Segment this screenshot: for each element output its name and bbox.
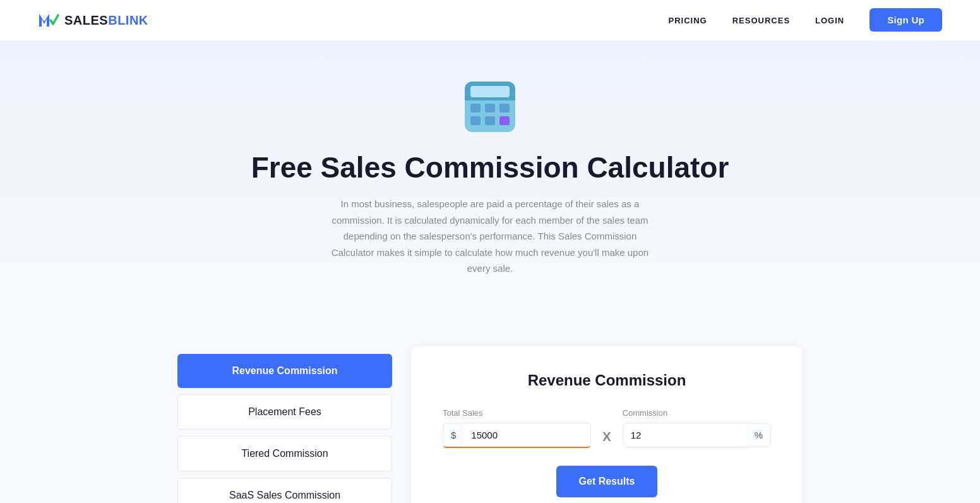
commission-suffix: % bbox=[747, 423, 770, 447]
svg-rect-5 bbox=[470, 86, 510, 97]
sidebar-btn-revenue-commission[interactable]: Revenue Commission bbox=[177, 354, 392, 388]
sidebar-btn-tiered-commission[interactable]: Tiered Commission bbox=[177, 436, 392, 471]
commission-input-wrapper: % bbox=[623, 423, 771, 447]
multiply-symbol: X bbox=[602, 408, 611, 444]
navbar: SALESBLINK PRICING RESOURCES LOGIN Sign … bbox=[0, 0, 980, 40]
svg-rect-9 bbox=[470, 116, 481, 125]
nav-item-resources[interactable]: RESOURCES bbox=[732, 15, 790, 26]
calculator-inputs: Total Sales $ X Commission % bbox=[443, 408, 771, 448]
logo-icon bbox=[38, 9, 61, 32]
hero-section: Free Sales Commission Calculator In most… bbox=[0, 40, 980, 315]
nav-item-login[interactable]: LOGIN bbox=[815, 15, 844, 26]
calculator-panel: Revenue Commission Total Sales $ X Commi… bbox=[411, 346, 803, 504]
svg-rect-6 bbox=[470, 104, 481, 112]
nav-item-pricing[interactable]: PRICING bbox=[669, 15, 707, 26]
total-sales-group: Total Sales $ bbox=[443, 408, 591, 448]
svg-rect-8 bbox=[499, 104, 510, 112]
svg-rect-10 bbox=[485, 116, 495, 125]
sidebar-btn-placement-fees[interactable]: Placement Fees bbox=[177, 394, 392, 430]
total-sales-label: Total Sales bbox=[443, 408, 591, 418]
total-sales-input[interactable] bbox=[463, 423, 590, 447]
hero-title: Free Sales Commission Calculator bbox=[13, 150, 967, 185]
commission-input[interactable] bbox=[623, 423, 747, 447]
hero-description: In most business, salespeople are paid a… bbox=[326, 196, 654, 277]
calculator-icon bbox=[462, 78, 518, 135]
total-sales-prefix: $ bbox=[443, 423, 463, 447]
sidebar: Revenue Commission Placement Fees Tiered… bbox=[177, 346, 392, 504]
logo-blink-text: BLINK bbox=[108, 13, 148, 27]
commission-group: Commission % bbox=[623, 408, 771, 447]
get-results-button[interactable]: Get Results bbox=[556, 466, 658, 497]
calculator-title: Revenue Commission bbox=[443, 372, 771, 389]
svg-rect-7 bbox=[485, 104, 495, 112]
commission-label: Commission bbox=[623, 408, 771, 418]
logo[interactable]: SALESBLINK bbox=[38, 9, 148, 32]
main-section: Revenue Commission Placement Fees Tiered… bbox=[0, 315, 980, 504]
nav-links: PRICING RESOURCES LOGIN Sign Up bbox=[669, 15, 942, 26]
svg-rect-11 bbox=[499, 116, 510, 125]
total-sales-input-wrapper: $ bbox=[443, 423, 591, 448]
logo-sales-text: SALES bbox=[64, 13, 108, 27]
sidebar-btn-saas-sales-commission[interactable]: SaaS Sales Commission bbox=[177, 478, 392, 504]
nav-item-signup[interactable]: Sign Up bbox=[869, 15, 942, 26]
